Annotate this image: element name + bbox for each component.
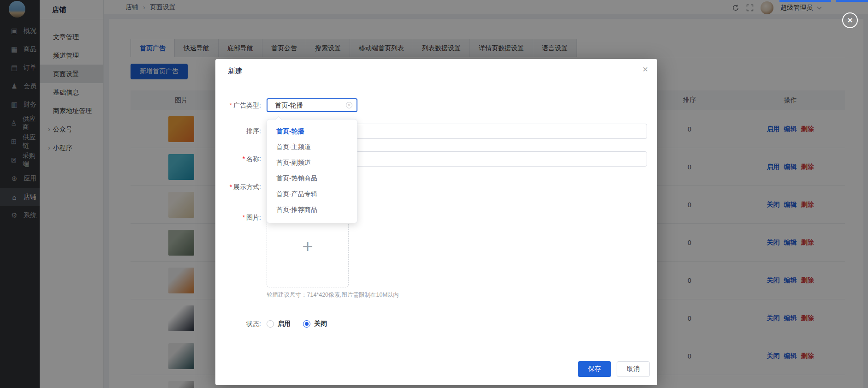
status-radio-group: 启用 关闭: [267, 320, 339, 328]
required-mark: *: [243, 214, 245, 221]
ad-type-select[interactable]: 首页-轮播 ✕: [267, 98, 357, 112]
plus-icon: +: [302, 236, 313, 257]
top-blue-strip: [836, 0, 868, 2]
sort-label: 排序:: [215, 124, 267, 139]
image-label: *图片:: [215, 205, 267, 287]
status-radio[interactable]: 关闭: [303, 320, 327, 328]
status-label: 状态:: [215, 317, 267, 330]
status-radio[interactable]: 启用: [267, 320, 291, 328]
ad-type-label: *广告类型:: [215, 98, 267, 112]
dropdown-option[interactable]: 首页-推荐商品: [267, 202, 357, 217]
required-mark: *: [230, 101, 232, 109]
radio-label: 启用: [278, 320, 291, 328]
name-label: *名称:: [215, 151, 267, 167]
upload-hint: 轮播建议尺寸：714*420像素,图片需限制在10M以内: [267, 291, 399, 299]
display-mode-field: *展示方式:: [215, 180, 267, 194]
dialog-title: 新建: [228, 66, 243, 76]
radio-icon: [267, 320, 274, 328]
radio-icon: [303, 320, 310, 328]
clear-icon[interactable]: ✕: [346, 102, 352, 108]
radio-label: 关闭: [314, 320, 327, 328]
overlay-close-button[interactable]: ×: [842, 12, 858, 28]
status-field: 状态: 启用 关闭: [215, 317, 339, 330]
dropdown-option[interactable]: 首页-主频道: [267, 139, 357, 155]
dropdown-option[interactable]: 首页-轮播: [267, 123, 357, 139]
dropdown-option[interactable]: 首页-热销商品: [267, 170, 357, 186]
ad-type-selected-value: 首页-轮播: [268, 99, 357, 111]
top-blue-strip: [779, 0, 831, 2]
display-mode-label: *展示方式:: [215, 180, 267, 194]
ad-type-dropdown: 首页-轮播 首页-主频道 首页-副频道 首页-热销商品 首页-产品专辑 首页-推…: [267, 119, 357, 223]
dropdown-option[interactable]: 首页-副频道: [267, 155, 357, 170]
ad-type-field: *广告类型: 首页-轮播 ✕: [215, 98, 357, 112]
save-button[interactable]: 保存: [578, 361, 611, 377]
required-mark: *: [243, 155, 245, 162]
cancel-button[interactable]: 取消: [617, 361, 650, 377]
required-mark: *: [230, 183, 232, 191]
dialog-close-icon[interactable]: ×: [642, 65, 648, 74]
dropdown-option[interactable]: 首页-产品专辑: [267, 186, 357, 202]
dialog-footer: 保存 取消: [578, 361, 650, 377]
